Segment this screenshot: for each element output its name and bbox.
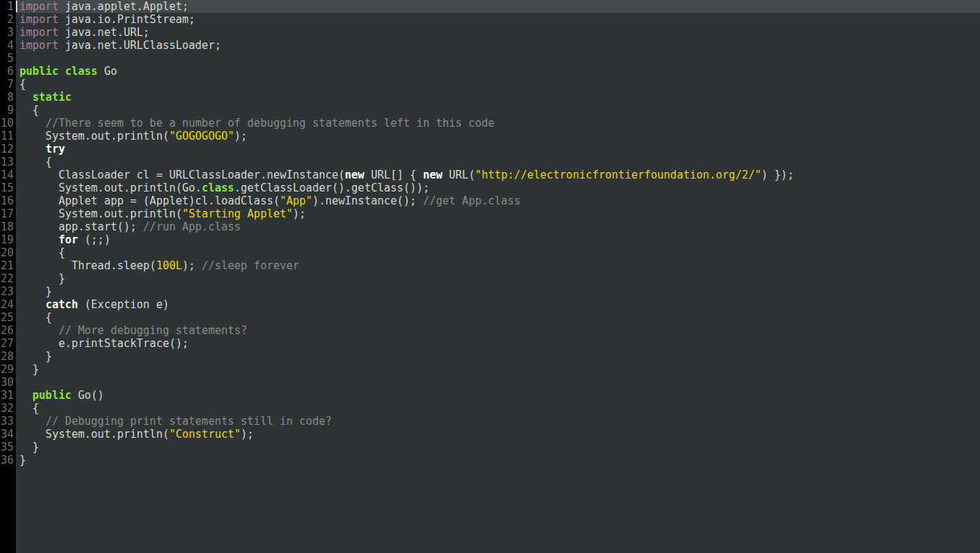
code-line[interactable]: 8 static	[0, 91, 980, 104]
code-line[interactable]: 12 try	[0, 143, 980, 156]
code-line[interactable]: 20 {	[0, 246, 980, 259]
code-token-plain: }	[19, 454, 26, 467]
code-editor[interactable]: 1import java.applet.Applet;2import java.…	[0, 0, 980, 553]
code-line[interactable]: 24 catch (Exception e)	[0, 298, 980, 311]
code-line-content: Thread.sleep(100L); //sleep forever	[16, 259, 980, 272]
line-number: 2	[0, 13, 16, 26]
code-token-include: import	[19, 39, 58, 52]
code-line-content: {	[16, 246, 980, 259]
code-token-string: "Starting Applet"	[182, 207, 293, 220]
code-line-content: }	[16, 285, 980, 298]
code-line-content: public class Go	[16, 65, 980, 78]
code-line[interactable]: 21 Thread.sleep(100L); //sleep forever	[0, 259, 980, 272]
code-line[interactable]: 32 {	[0, 402, 980, 415]
code-token-plain: Applet app = (Applet)cl.loadClass(	[19, 194, 280, 207]
code-token-plain: System.out.println(	[19, 207, 182, 220]
code-line[interactable]: 3import java.net.URL;	[0, 26, 980, 39]
code-token-plain: (Exception e)	[78, 298, 169, 311]
code-line-content: {	[16, 78, 980, 91]
line-number: 17	[0, 207, 16, 220]
line-number: 27	[0, 337, 16, 350]
code-line[interactable]: 35 }	[0, 441, 980, 454]
code-token-include: import	[19, 26, 58, 39]
code-token-include: import	[19, 13, 58, 26]
code-token-plain: );	[293, 207, 306, 220]
code-line[interactable]: 23 }	[0, 285, 980, 298]
code-token-plain: e.printStackTrace();	[19, 337, 189, 350]
line-number: 13	[0, 156, 16, 168]
code-line-content: catch (Exception e)	[16, 298, 980, 311]
code-line[interactable]: 10 //There seem to be a number of debugg…	[0, 117, 980, 130]
code-token-plain: {	[19, 246, 65, 259]
line-number: 34	[0, 428, 16, 441]
code-line[interactable]: 29 }	[0, 363, 980, 376]
line-number: 36	[0, 454, 16, 467]
code-line[interactable]: 9 {	[0, 104, 980, 117]
code-line-content: try	[16, 143, 980, 156]
code-token-comment: // More debugging statements?	[58, 324, 247, 337]
code-token-comment: //run App.class	[143, 220, 241, 233]
line-number: 5	[0, 52, 16, 65]
code-line[interactable]: 16 Applet app = (Applet)cl.loadClass("Ap…	[0, 194, 980, 207]
code-line[interactable]: 31 public Go()	[0, 389, 980, 402]
code-line[interactable]: 26 // More debugging statements?	[0, 324, 980, 337]
code-line-content: System.out.println("GOGOGOGO");	[16, 130, 980, 143]
code-token-number: 100L	[156, 259, 182, 272]
code-line[interactable]: 14 ClassLoader cl = URLClassLoader.newIn…	[0, 168, 980, 181]
code-line[interactable]: 28 }	[0, 350, 980, 363]
code-token-plain: );	[182, 259, 202, 272]
code-line-content: for (;;)	[16, 233, 980, 246]
code-line[interactable]: 5	[0, 52, 980, 65]
line-number: 29	[0, 363, 16, 376]
line-number: 32	[0, 402, 16, 415]
code-line[interactable]: 1import java.applet.Applet;	[0, 0, 980, 13]
code-line[interactable]: 15 System.out.println(Go.class.getClassL…	[0, 181, 980, 194]
code-token-string: "App"	[280, 194, 312, 207]
code-line[interactable]: 18 app.start(); //run App.class	[0, 220, 980, 233]
line-number: 24	[0, 298, 16, 311]
code-line[interactable]: 25 {	[0, 311, 980, 324]
line-number: 20	[0, 246, 16, 259]
code-token-plain: System.out.println(	[19, 428, 169, 441]
code-token-keyword: for	[58, 233, 78, 246]
code-token-plain: java.net.URL;	[58, 26, 149, 39]
code-line[interactable]: 4import java.net.URLClassLoader;	[0, 39, 980, 52]
line-number: 23	[0, 285, 16, 298]
code-token-keyword: new	[423, 168, 442, 181]
code-token-plain: }	[19, 285, 52, 298]
code-line[interactable]: 22 }	[0, 272, 980, 285]
line-number: 12	[0, 143, 16, 156]
code-lines: 1import java.applet.Applet;2import java.…	[0, 0, 980, 467]
code-token-plain: ClassLoader cl = URLClassLoader.newInsta…	[19, 168, 345, 181]
code-line[interactable]: 30	[0, 376, 980, 389]
code-token-declaration: static	[32, 91, 71, 104]
code-line[interactable]: 36}	[0, 454, 980, 467]
code-token-plain: Go	[97, 65, 117, 78]
code-token-comment: // Debugging print statements still in c…	[45, 415, 331, 428]
code-line[interactable]: 33 // Debugging print statements still i…	[0, 415, 980, 428]
code-token-plain: System.out.println(Go.	[19, 181, 202, 194]
code-line-content: //There seem to be a number of debugging…	[16, 117, 980, 130]
code-line[interactable]: 7{	[0, 78, 980, 91]
code-line[interactable]: 27 e.printStackTrace();	[0, 337, 980, 350]
code-line[interactable]: 17 System.out.println("Starting Applet")…	[0, 207, 980, 220]
code-token-plain: {	[19, 104, 39, 117]
code-line[interactable]: 19 for (;;)	[0, 233, 980, 246]
code-line[interactable]: 2import java.io.PrintStream;	[0, 13, 980, 26]
code-token-comment: //get App.class	[423, 194, 520, 207]
code-line-content	[16, 376, 980, 389]
code-token-comment: //sleep forever	[202, 259, 299, 272]
code-token-string: "GOGOGOGO"	[169, 130, 234, 143]
code-token-plain: {	[19, 156, 52, 168]
code-token-plain: ).newInstance();	[312, 194, 423, 207]
code-line-content: {	[16, 311, 980, 324]
code-line[interactable]: 13 {	[0, 156, 980, 168]
code-line-content: import java.io.PrintStream;	[16, 13, 980, 26]
code-token-plain	[19, 389, 32, 402]
code-line[interactable]: 11 System.out.println("GOGOGOGO");	[0, 130, 980, 143]
line-number: 18	[0, 220, 16, 233]
code-line[interactable]: 34 System.out.println("Construct");	[0, 428, 980, 441]
code-token-plain: Go()	[71, 389, 104, 402]
code-line[interactable]: 6public class Go	[0, 65, 980, 78]
code-token-plain: }	[19, 350, 52, 363]
